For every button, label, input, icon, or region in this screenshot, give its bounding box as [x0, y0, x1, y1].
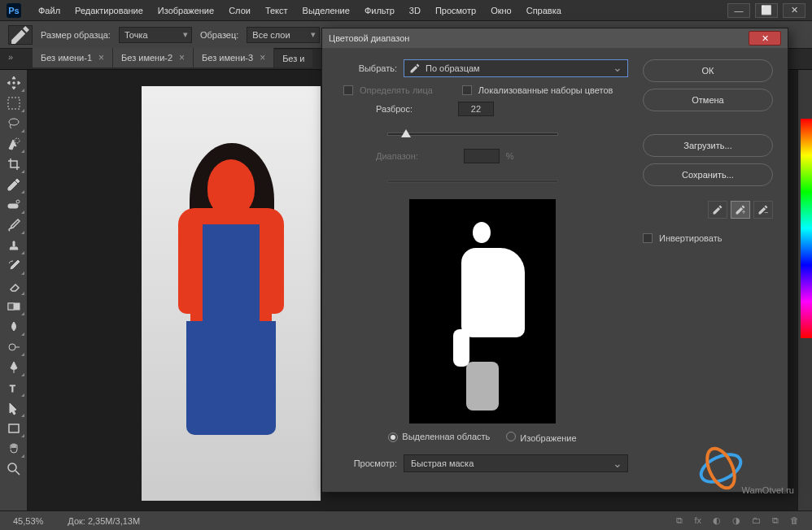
svg-point-14	[701, 445, 740, 493]
dialog-close-button[interactable]: ✕	[749, 31, 781, 46]
eyedropper-subtract-icon[interactable]: −	[753, 201, 773, 219]
mask-icon[interactable]: ◐	[713, 515, 721, 526]
svg-point-7	[9, 344, 15, 350]
svg-point-1	[9, 119, 19, 125]
eyedropper-tool-icon[interactable]	[8, 25, 33, 45]
close-button[interactable]: ✕	[783, 3, 805, 18]
sample-select[interactable]: Все слои	[247, 27, 320, 43]
link-icon[interactable]: ⧉	[676, 515, 683, 526]
rectangle-tool-icon[interactable]	[2, 419, 25, 438]
eraser-tool-icon[interactable]	[2, 276, 25, 296]
menu-window[interactable]: Окно	[483, 2, 519, 19]
trash-icon[interactable]: 🗑	[790, 515, 799, 526]
clone-stamp-tool-icon[interactable]	[2, 236, 25, 255]
fuzziness-slider[interactable]	[387, 132, 558, 136]
svg-point-4	[16, 200, 20, 203]
range-input	[464, 149, 500, 163]
document-tab[interactable]: Без и	[274, 50, 313, 67]
eyedropper-add-icon[interactable]: +	[731, 201, 750, 219]
path-select-tool-icon[interactable]	[2, 398, 25, 418]
watermark-text: WamOtvet.ru	[742, 485, 794, 495]
detect-faces-checkbox	[343, 85, 353, 95]
pen-tool-icon[interactable]	[2, 358, 25, 377]
document-size-info[interactable]: Док: 2,35M/3,13M	[68, 516, 140, 526]
maximize-button[interactable]: ⬜	[755, 3, 778, 18]
document-canvas[interactable]	[142, 86, 321, 501]
zoom-tool-icon[interactable]	[2, 459, 25, 479]
radio-icon	[506, 432, 516, 441]
ok-button[interactable]: ОК	[643, 59, 773, 82]
document-tab[interactable]: Без имени-2×	[113, 48, 194, 67]
svg-rect-6	[8, 303, 14, 310]
move-tool-icon[interactable]	[2, 73, 25, 93]
gradient-tool-icon[interactable]	[2, 297, 25, 316]
healing-brush-tool-icon[interactable]	[2, 195, 25, 215]
dialog-titlebar[interactable]: Цветовой диапазон ✕	[322, 28, 788, 48]
hand-tool-icon[interactable]	[2, 439, 25, 458]
document-tab[interactable]: Без имени-3×	[194, 48, 274, 67]
selection-preview[interactable]	[409, 199, 556, 424]
right-panel-dock[interactable]	[797, 70, 812, 510]
cancel-button[interactable]: Отмена	[643, 89, 773, 111]
preview-select[interactable]: Быстрая маска	[404, 454, 628, 472]
slider-thumb-icon[interactable]	[401, 129, 411, 137]
sample-size-select[interactable]: Точка	[119, 27, 192, 43]
invert-label: Инвертировать	[659, 233, 722, 243]
menu-select[interactable]: Выделение	[295, 2, 357, 19]
lasso-tool-icon[interactable]	[2, 114, 25, 133]
detect-faces-label: Определять лица	[360, 85, 433, 95]
tab-label: Без и	[282, 54, 304, 63]
tab-label: Без имени-3	[202, 53, 253, 63]
color-spectrum-icon[interactable]	[801, 119, 812, 338]
select-dropdown[interactable]: По образцам	[404, 59, 628, 77]
menu-type[interactable]: Текст	[258, 2, 295, 19]
tab-close-icon[interactable]: ×	[260, 52, 265, 63]
fuzziness-input[interactable]: 22	[458, 102, 494, 116]
document-tab[interactable]: Без имени-1×	[33, 48, 113, 67]
radio-image-label: Изображение	[520, 433, 576, 443]
marquee-tool-icon[interactable]	[2, 93, 25, 113]
type-tool-icon[interactable]: T	[2, 378, 25, 398]
history-brush-tool-icon[interactable]	[2, 256, 25, 276]
menu-filter[interactable]: Фильтр	[357, 2, 402, 19]
crop-tool-icon[interactable]	[2, 154, 25, 174]
sample-label: Образец:	[200, 30, 238, 40]
svg-text:T: T	[10, 384, 15, 393]
tab-close-icon[interactable]: ×	[98, 52, 104, 63]
menu-layers[interactable]: Слои	[221, 2, 258, 19]
brush-tool-icon[interactable]	[2, 215, 25, 235]
menu-edit[interactable]: Редактирование	[68, 2, 151, 19]
svg-text:+: +	[742, 208, 746, 215]
adjustment-icon[interactable]: ◑	[732, 515, 740, 526]
radio-selection[interactable]: Выделенная область	[388, 432, 490, 443]
quick-select-tool-icon[interactable]	[2, 134, 25, 154]
blur-tool-icon[interactable]	[2, 317, 25, 337]
save-button[interactable]: Сохранить...	[643, 163, 773, 186]
zoom-level[interactable]: 45,53%	[13, 516, 43, 526]
fx-icon[interactable]: fx	[694, 515, 701, 526]
expand-icon[interactable]: »	[8, 52, 13, 62]
folder-icon[interactable]: 🗀	[752, 515, 761, 526]
window-controls: — ⬜ ✕	[727, 3, 805, 18]
menu-view[interactable]: Просмотр	[428, 2, 483, 19]
tab-close-icon[interactable]: ×	[179, 52, 185, 63]
minimize-button[interactable]: —	[727, 3, 750, 18]
fuzziness-label: Разброс:	[376, 104, 413, 114]
radio-image[interactable]: Изображение	[506, 432, 576, 443]
status-bar: 45,53% Док: 2,35M/3,13M ⧉ fx ◐ ◑ 🗀 ⧉ 🗑	[0, 510, 812, 530]
load-button[interactable]: Загрузить...	[643, 134, 773, 157]
menu-help[interactable]: Справка	[519, 2, 569, 19]
menu-file[interactable]: Файл	[31, 2, 68, 19]
invert-checkbox[interactable]	[643, 233, 653, 243]
svg-rect-3	[8, 204, 18, 208]
dialog-title: Цветовой диапазон	[329, 33, 409, 43]
menu-3d[interactable]: 3D	[402, 2, 428, 19]
new-layer-icon[interactable]: ⧉	[772, 515, 779, 526]
dodge-tool-icon[interactable]	[2, 337, 25, 357]
menu-image[interactable]: Изображение	[151, 2, 221, 19]
layer-panel-footer: ⧉ fx ◐ ◑ 🗀 ⧉ 🗑	[676, 515, 799, 526]
localized-checkbox[interactable]	[462, 85, 472, 95]
tab-label: Без имени-1	[41, 53, 92, 63]
eyedropper-tool-icon[interactable]	[2, 175, 25, 194]
eyedropper-sample-icon[interactable]	[708, 201, 727, 219]
